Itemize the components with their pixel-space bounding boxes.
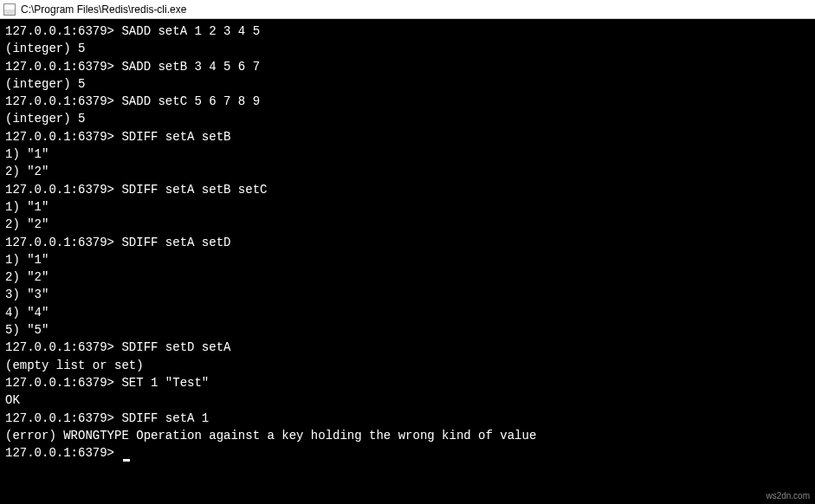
output-line: 1) "1" xyxy=(5,251,810,268)
command-line: 127.0.0.1:6379> SDIFF setA setB setC xyxy=(5,181,810,198)
output-line: 4) "4" xyxy=(5,304,810,321)
watermark: ws2dn.com xyxy=(766,491,810,501)
command-line: 127.0.0.1:6379> SDIFF setD setA xyxy=(5,339,810,356)
command-line: 127.0.0.1:6379> SET 1 "Test" xyxy=(5,374,810,391)
output-line: 2) "2" xyxy=(5,268,810,286)
output-line: 5) "5" xyxy=(5,321,810,339)
command-line: 127.0.0.1:6379> SADD setA 1 2 3 4 5 xyxy=(5,23,810,40)
output-line: 3) "3" xyxy=(5,286,810,303)
output-line: 1) "1" xyxy=(5,198,810,216)
titlebar[interactable]: C:\Program Files\Redis\redis-cli.exe xyxy=(0,0,815,19)
command-line: 127.0.0.1:6379> SDIFF setA setD xyxy=(5,234,810,251)
output-line: 2) "2" xyxy=(5,163,810,180)
output-line: OK xyxy=(5,391,810,409)
cursor xyxy=(123,459,130,462)
output-line: (integer) 5 xyxy=(5,75,810,93)
output-line: (error) WRONGTYPE Operation against a ke… xyxy=(5,427,810,444)
command-line: 127.0.0.1:6379> xyxy=(5,444,810,462)
command-line: 127.0.0.1:6379> SDIFF setA setB xyxy=(5,128,810,145)
terminal-output[interactable]: 127.0.0.1:6379> SADD setA 1 2 3 4 5(inte… xyxy=(0,19,815,465)
output-line: (empty list or set) xyxy=(5,357,810,374)
command-line: 127.0.0.1:6379> SADD setB 3 4 5 6 7 xyxy=(5,58,810,75)
output-line: (integer) 5 xyxy=(5,110,810,127)
command-line: 127.0.0.1:6379> SADD setC 5 6 7 8 9 xyxy=(5,93,810,110)
output-line: 2) "2" xyxy=(5,216,810,233)
command-line: 127.0.0.1:6379> SDIFF setA 1 xyxy=(5,410,810,427)
output-line: (integer) 5 xyxy=(5,40,810,57)
window-title: C:\Program Files\Redis\redis-cli.exe xyxy=(21,3,186,16)
app-icon xyxy=(3,3,16,16)
output-line: 1) "1" xyxy=(5,145,810,163)
